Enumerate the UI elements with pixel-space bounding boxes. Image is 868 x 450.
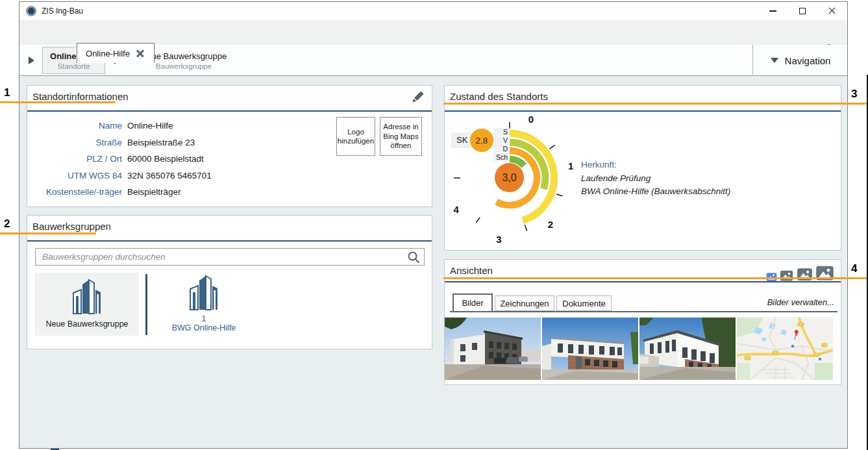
sk-value-badge: 2,8 [470,129,493,152]
maximize-button[interactable] [787,2,817,20]
svg-text:0: 0 [528,116,534,125]
tab-online-hilfe-label: Online-Hilfe [86,49,130,58]
thumbnail-size-xlarge-button[interactable] [815,264,834,285]
overall-rating-badge: 3,0 [495,163,524,192]
site-photo-1 [445,318,541,380]
bing-maps-button[interactable]: Adresse in Bing Maps öffnen [380,117,422,156]
standortinformationen-panel: Standortinformationen Name Online-Hilfe … [27,85,432,207]
search-icon [407,251,420,266]
thumbnail-photo-1[interactable] [445,318,541,380]
field-value-utm: 32N 365076 5465701 [127,171,212,181]
tile-label: Neue Bauwerksgruppe [35,319,139,329]
image-icon [797,266,813,282]
pencil-icon [410,90,425,105]
thumbnail-photo-3[interactable] [639,318,736,380]
panel-rule [27,110,432,112]
field-label-utm: UTM WGS 84 [32,171,122,181]
window-controls [758,2,847,20]
navigation-label: Navigation [785,55,831,66]
title-bar: ZIS Ing-Bau [19,2,847,20]
field-value-name: Online-Hilfe [127,121,173,131]
svg-text:1: 1 [568,160,573,171]
tile-number: 1 [152,314,256,323]
tabs-underline [450,311,837,312]
breadcrumb-arrow-icon [29,56,34,64]
svg-text:4: 4 [454,204,460,215]
herkunft-block: Herkunft: Laufende Prüfung BWA Online-Hi… [581,160,730,198]
svg-text:3: 3 [496,234,501,245]
field-label-plz-ort: PLZ / Ort [32,154,122,164]
thumbnail-size-large-button[interactable] [797,266,813,285]
callout-line-3 [443,103,868,105]
tab-bilder[interactable]: Bilder [453,294,493,311]
chevron-down-icon [771,58,778,63]
field-value-plz-ort: 60000 Beispielstadt [127,154,204,164]
minimize-icon [769,10,776,12]
bauwerksgruppen-panel: Bauwerksgruppen [27,215,432,349]
herkunft-line-1: Laufende Prüfung [581,172,730,185]
tile-divider [145,274,147,335]
tab-online-hilfe[interactable]: Online-Hilfe [77,43,155,63]
map-view [737,318,833,380]
svg-text:2: 2 [548,219,553,230]
herkunft-label: Herkunft: [581,160,730,169]
app-logo-icon [26,6,36,16]
field-value-kostenstelle: Beispielträger [127,187,181,197]
edit-button[interactable] [410,90,425,108]
panel-rule [27,240,432,242]
minimize-button[interactable] [758,2,787,20]
close-tab-icon[interactable] [135,48,145,58]
breadcrumb-subtitle: Standorte [58,62,90,70]
callout-number-2: 2 [4,218,10,231]
thumbnail-map[interactable] [737,318,833,380]
field-label-name: Name [32,121,122,131]
navigation-dropdown[interactable]: Navigation [753,45,848,76]
field-label-kostenstelle: Kostenstelle/-träger [32,187,122,197]
app-window: ZIS Ing-Bau Startseite Online-Hilfe [19,1,848,449]
tab-zeichnungen[interactable]: Zeichnungen [495,295,554,311]
field-label-strasse: Straße [32,138,122,147]
tab-dokumente[interactable]: Dokumente [556,295,612,311]
panel-title-bauwerksgruppen: Bauwerksgruppen [32,221,111,232]
tile-label: BWG Online-Hilfe [152,323,256,332]
tab-strip: Startseite Online-Hilfe [19,20,847,45]
site-photo-2 [542,318,638,380]
close-button[interactable] [817,2,847,20]
breadcrumb-subtitle: Bauwerksgruppe [156,62,212,70]
logo-hinzufuegen-button[interactable]: Logo hinzufügen [336,117,375,156]
panel-title-standortinformationen: Standortinformationen [32,91,129,102]
panel-title-ansichten: Ansichten [450,265,493,276]
callout-line-2 [0,232,96,234]
screen: ZIS Ing-Bau Startseite Online-Hilfe [0,0,868,450]
building-group-icon [64,277,110,314]
window-title: ZIS Ing-Bau [42,6,83,16]
building-group-icon [181,273,227,310]
herkunft-line-2: BWA Online-Hilfe (Bauwerksabschnitt) [581,185,730,198]
image-icon [815,264,834,282]
callout-number-3: 3 [851,88,857,101]
callout-line-1 [0,101,116,103]
panel-title-zustand: Zustand des Standorts [450,91,548,102]
gauge-ring-label-sch: Sch [493,153,509,161]
bauwerksgruppen-search [35,248,425,266]
callout-number-1: 1 [4,86,10,99]
site-photo-3 [639,318,736,380]
callout-number-4: 4 [851,262,857,275]
tile-neue-bauwerksgruppe[interactable]: Neue Bauwerksgruppe [35,273,139,336]
panel-rule [445,110,841,112]
search-input[interactable] [41,249,404,265]
tile-bwg-online-hilfe[interactable]: 1 BWG Online-Hilfe [152,273,256,339]
field-value-strasse: Beispielstraße 23 [127,138,195,147]
maximize-icon [799,8,806,14]
thumbnail-photo-2[interactable] [542,318,638,380]
image-icon [780,269,793,282]
zustand-panel: Zustand des Standorts 01234 S V D Sch SK… [444,85,841,251]
bilder-verwalten-link[interactable]: Bilder verwalten... [767,297,834,307]
callout-line-4 [443,277,868,279]
